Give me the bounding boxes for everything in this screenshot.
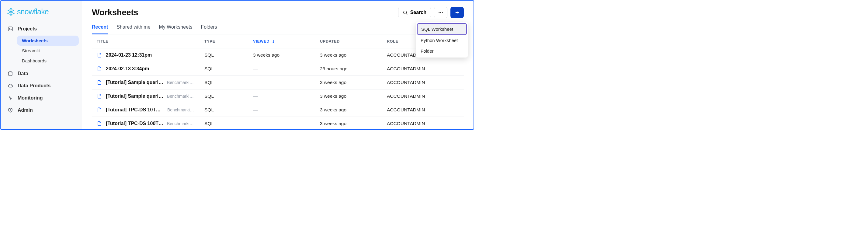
- nav-label: Admin: [18, 108, 33, 113]
- svg-point-8: [439, 12, 439, 13]
- tab-my-worksheets[interactable]: My Worksheets: [159, 22, 192, 34]
- cell-title: 2024-02-13 3:34pm: [92, 66, 205, 71]
- activity-icon: [7, 95, 13, 101]
- search-icon: [403, 10, 408, 15]
- more-horizontal-icon: [438, 10, 443, 15]
- tab-folders[interactable]: Folders: [201, 22, 217, 34]
- cell-viewed: —: [253, 80, 320, 85]
- terminal-icon: [7, 26, 13, 32]
- sub-item-dashboards[interactable]: Dashboards: [17, 56, 79, 66]
- sub-item-worksheets[interactable]: Worksheets: [17, 36, 79, 46]
- cell-updated: 23 hours ago: [320, 66, 387, 71]
- cell-type: SQL: [205, 52, 253, 58]
- row-title: 2024-02-13 3:34pm: [106, 66, 149, 71]
- row-subtitle: Benchmarki…: [167, 121, 194, 126]
- row-title: [Tutorial] TPC-DS 100T…: [106, 121, 163, 126]
- row-title: [Tutorial] TPC-DS 10TB …: [106, 107, 164, 113]
- nav-item-data[interactable]: Data: [4, 67, 79, 80]
- cell-role: ACCOUNTADMIN: [387, 107, 464, 113]
- svg-line-7: [406, 13, 407, 14]
- tabs: Recent Shared with me My Worksheets Fold…: [92, 22, 464, 34]
- cell-viewed: —: [253, 107, 320, 113]
- nav-label: Data Products: [18, 83, 51, 89]
- brand-logo[interactable]: snowflake: [4, 5, 79, 23]
- nav-label: Monitoring: [18, 95, 43, 101]
- action-row: Search: [398, 7, 464, 18]
- nav-label: Projects: [18, 26, 37, 32]
- cell-updated: 3 weeks ago: [320, 52, 387, 58]
- svg-rect-3: [8, 27, 12, 31]
- cell-role: ACCOUNTADMIN: [387, 80, 464, 85]
- table-row[interactable]: [Tutorial] TPC-DS 10TB …Benchmarki…SQL—3…: [92, 103, 464, 117]
- database-icon: [7, 70, 13, 77]
- cell-title: [Tutorial] Sample queri…Benchmarki…: [92, 93, 205, 99]
- cell-type: SQL: [205, 93, 253, 99]
- row-title: [Tutorial] Sample queri…: [106, 80, 163, 85]
- table-row[interactable]: [Tutorial] Sample queri…Benchmarki…SQL—3…: [92, 89, 464, 103]
- dropdown-item-sql-worksheet[interactable]: SQL Worksheet: [417, 23, 467, 35]
- nav-group: Projects Worksheets Streamlit Dashboards…: [4, 23, 79, 116]
- add-button[interactable]: [451, 7, 464, 18]
- th-viewed[interactable]: VIEWED: [253, 39, 320, 43]
- row-subtitle: Benchmarki…: [167, 94, 194, 99]
- cell-updated: 3 weeks ago: [320, 80, 387, 85]
- svg-point-4: [8, 71, 12, 73]
- worksheets-table: TITLE TYPE VIEWED UPDATED ROLE 2024-01-2…: [92, 34, 464, 129]
- svg-point-6: [403, 11, 406, 14]
- search-label: Search: [410, 10, 426, 15]
- sub-item-streamlit[interactable]: Streamlit: [17, 46, 79, 56]
- nav-sublist-projects: Worksheets Streamlit Dashboards: [14, 36, 79, 66]
- cell-viewed: —: [253, 66, 320, 71]
- th-updated[interactable]: UPDATED: [320, 39, 387, 43]
- row-subtitle: Benchmarki…: [167, 108, 194, 112]
- cell-type: SQL: [205, 107, 253, 113]
- th-type[interactable]: TYPE: [205, 39, 253, 43]
- cell-role: ACCOUNTADMIN: [387, 66, 464, 71]
- plus-icon: [454, 10, 460, 15]
- cell-type: SQL: [205, 80, 253, 85]
- row-subtitle: Benchmarki…: [167, 80, 194, 85]
- snowflake-icon: [7, 8, 15, 16]
- cloud-icon: [7, 83, 13, 89]
- row-title: [Tutorial] Sample queri…: [106, 93, 163, 99]
- brand-name: snowflake: [17, 7, 49, 16]
- svg-point-9: [440, 12, 441, 13]
- cell-updated: 3 weeks ago: [320, 121, 387, 126]
- dropdown-item-python-worksheet[interactable]: Python Worksheet: [417, 35, 467, 46]
- nav-item-data-products[interactable]: Data Products: [4, 80, 79, 92]
- cell-type: SQL: [205, 121, 253, 126]
- file-icon: [97, 107, 102, 113]
- cell-type: SQL: [205, 66, 253, 71]
- svg-point-5: [10, 110, 11, 111]
- file-icon: [97, 80, 102, 85]
- th-viewed-label: VIEWED: [253, 39, 270, 43]
- main-content: Worksheets Search Recent Shared with me …: [82, 1, 473, 129]
- page-title: Worksheets: [92, 8, 138, 17]
- app-frame: snowflake Projects Worksheets Streamlit …: [0, 0, 474, 130]
- tab-recent[interactable]: Recent: [92, 22, 108, 34]
- cell-title: [Tutorial] TPC-DS 100T…Benchmarki…: [92, 121, 205, 126]
- cell-updated: 3 weeks ago: [320, 107, 387, 113]
- file-icon: [97, 121, 102, 126]
- nav-item-monitoring[interactable]: Monitoring: [4, 92, 79, 104]
- table-row[interactable]: [Tutorial] Sample queri…Benchmarki…SQL—3…: [92, 76, 464, 89]
- table-head: TITLE TYPE VIEWED UPDATED ROLE: [92, 34, 464, 49]
- dropdown-item-folder[interactable]: Folder: [417, 46, 467, 56]
- nav-item-projects[interactable]: Projects: [4, 23, 79, 35]
- table-row[interactable]: [Tutorial] TPC-DS 100T…Benchmarki…SQL—3 …: [92, 117, 464, 129]
- file-icon: [97, 66, 102, 71]
- table-row[interactable]: 2024-02-13 3:34pmSQL—23 hours agoACCOUNT…: [92, 62, 464, 76]
- tab-shared-with-me[interactable]: Shared with me: [117, 22, 150, 34]
- sidebar: snowflake Projects Worksheets Streamlit …: [1, 1, 82, 129]
- search-button[interactable]: Search: [398, 7, 431, 18]
- cell-title: [Tutorial] Sample queri…Benchmarki…: [92, 80, 205, 85]
- arrow-down-icon: [271, 39, 276, 43]
- shield-icon: [7, 107, 13, 113]
- more-button[interactable]: [434, 7, 447, 18]
- add-dropdown: SQL Worksheet Python Worksheet Folder: [416, 22, 468, 58]
- nav-label: Data: [18, 71, 28, 77]
- th-title[interactable]: TITLE: [92, 39, 205, 43]
- table-row[interactable]: 2024-01-23 12:31pmSQL3 weeks ago3 weeks …: [92, 49, 464, 62]
- nav-item-admin[interactable]: Admin: [4, 104, 79, 116]
- row-title: 2024-01-23 12:31pm: [106, 52, 152, 58]
